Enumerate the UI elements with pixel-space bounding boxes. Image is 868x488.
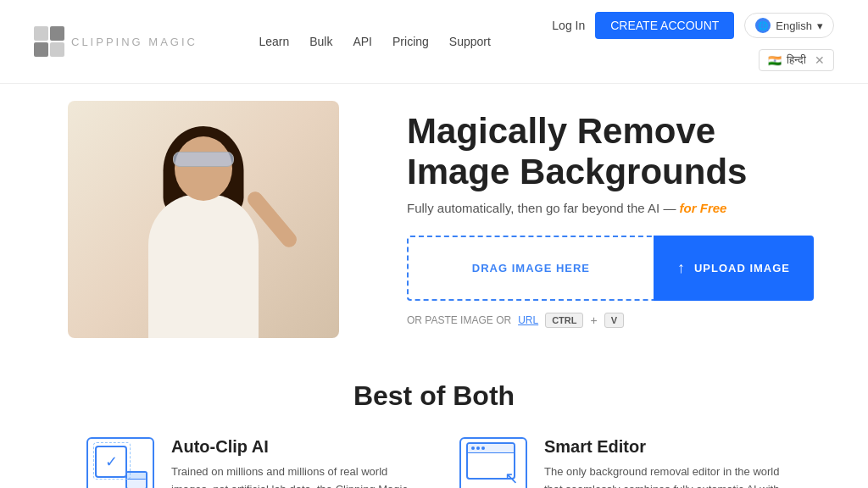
login-button[interactable]: Log In <box>552 19 585 32</box>
autoclip-title: Auto-Clip AI <box>171 437 409 457</box>
smart-editor-title: Smart Editor <box>544 437 782 457</box>
hero-subtitle: Fully automatically, then go far beyond … <box>407 201 817 215</box>
header-right: Log In CREATE ACCOUNT 🌐 English ▾ 🇮🇳 हिन… <box>552 12 834 71</box>
autoclip-feature: ✓ Auto-Clip AI Trained on millions and m… <box>86 437 409 488</box>
hindi-badge: 🇮🇳 हिन्दी ✕ <box>759 49 834 71</box>
smart-editor-text: Smart Editor The only background removal… <box>544 437 782 488</box>
nav-support[interactable]: Support <box>449 35 491 48</box>
logo-icon <box>34 26 64 57</box>
drag-drop-zone[interactable]: DRAG IMAGE HERE <box>407 236 654 301</box>
create-account-button[interactable]: CREATE ACCOUNT <box>595 12 734 39</box>
hindi-text: हिन्दी <box>787 53 806 67</box>
smart-editor-feature: ↖ Smart Editor The only background remov… <box>459 437 782 488</box>
globe-icon: 🌐 <box>755 18 771 33</box>
best-section: Best of Both ✓ Auto-Clip <box>0 355 868 488</box>
header: CLIPPING MAGIC Learn Bulk API Pricing Su… <box>0 0 868 84</box>
upload-icon: ↑ <box>677 259 686 277</box>
hero-section: Magically Remove Image Backgrounds Fully… <box>0 84 868 355</box>
main-nav: Learn Bulk API Pricing Support <box>259 35 490 48</box>
nav-learn[interactable]: Learn <box>259 35 289 48</box>
paste-text: OR PASTE IMAGE OR <box>407 314 511 326</box>
hindi-close-button[interactable]: ✕ <box>815 53 825 67</box>
language-button[interactable]: 🌐 English ▾ <box>744 13 834 38</box>
paste-row: OR PASTE IMAGE OR URL CTRL + V <box>407 313 817 328</box>
url-link[interactable]: URL <box>518 314 538 326</box>
hero-title: Magically Remove Image Backgrounds <box>407 111 817 193</box>
logo-text: CLIPPING MAGIC <box>71 36 198 48</box>
features-row: ✓ Auto-Clip AI Trained on millions and m… <box>51 437 817 488</box>
lang-label: English <box>776 19 812 32</box>
hero-content: Magically Remove Image Backgrounds Fully… <box>390 111 817 329</box>
smart-editor-description: The only background removal editor in th… <box>544 463 782 488</box>
v-key: V <box>604 313 624 328</box>
autoclip-description: Trained on millions and millions of real… <box>171 463 409 488</box>
logo: CLIPPING MAGIC <box>34 26 198 57</box>
nav-pricing[interactable]: Pricing <box>392 35 429 48</box>
upload-area: DRAG IMAGE HERE ↑ UPLOAD IMAGE <box>407 236 814 301</box>
hero-photo <box>68 101 339 338</box>
autoclip-icon-box: ✓ <box>86 437 154 488</box>
smart-editor-icon-box: ↖ <box>459 437 527 488</box>
nav-bulk[interactable]: Bulk <box>309 35 332 48</box>
ctrl-key: CTRL <box>545 313 583 328</box>
autoclip-text: Auto-Clip AI Trained on millions and mil… <box>171 437 409 488</box>
upload-image-button[interactable]: ↑ UPLOAD IMAGE <box>654 236 814 301</box>
plus-sign: + <box>590 313 597 327</box>
best-title: Best of Both <box>51 380 817 412</box>
nav-api[interactable]: API <box>353 35 372 48</box>
hero-image <box>68 101 390 338</box>
india-flag-icon: 🇮🇳 <box>768 54 782 67</box>
chevron-down-icon: ▾ <box>817 19 823 32</box>
